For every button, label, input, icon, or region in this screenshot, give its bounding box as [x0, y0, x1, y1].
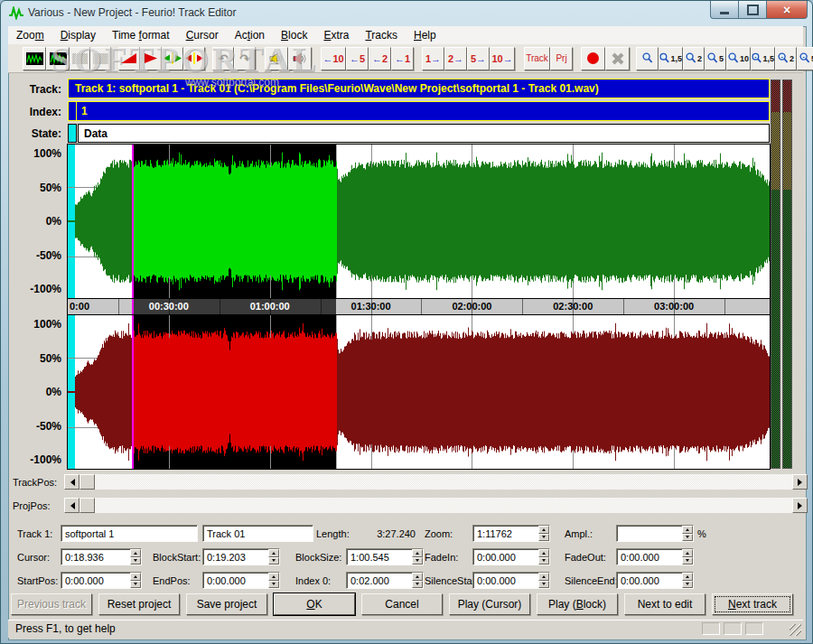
menu-cursor[interactable]: Cursor — [178, 27, 227, 43]
reset-project-button[interactable]: Reset project — [98, 593, 180, 615]
toolbar-stop-speaker-button[interactable] — [288, 47, 312, 70]
toolbar-zoom-in-1-5-button[interactable]: 1,5 — [659, 47, 683, 70]
trackpos-scroll-right-button[interactable] — [792, 474, 808, 490]
toolbar-step-left-5-button[interactable]: ←5 — [346, 47, 369, 70]
trackpos-scrollbar[interactable] — [64, 474, 808, 490]
resize-grip[interactable] — [790, 624, 801, 636]
save-project-button[interactable]: Save project — [186, 593, 267, 615]
track1-field[interactable]: softportal 1 — [61, 525, 198, 542]
blocksize-spin-down-button[interactable] — [412, 557, 423, 565]
ampl-field[interactable] — [616, 525, 694, 542]
play-cursor-button[interactable]: Play (Cursor) — [449, 593, 530, 615]
toolbar-goto-project-button[interactable]: Prj — [550, 47, 573, 70]
toolbar-play-speaker-button[interactable] — [265, 47, 288, 70]
trackpos-scroll-thumb[interactable] — [79, 474, 95, 490]
toolbar-step-left-1-button[interactable]: ←1 — [391, 47, 414, 70]
menu-zoom[interactable]: Zoom — [8, 27, 52, 43]
trackpos-scroll-left-button[interactable] — [64, 474, 79, 490]
play-block-button[interactable]: Play (Block) — [537, 593, 618, 615]
redo-icon: ↷ — [239, 52, 250, 65]
fadeout-spin-down-button[interactable] — [682, 557, 693, 565]
ok-button[interactable]: OK — [274, 593, 355, 615]
toolbar-zoom-out-1-5-button[interactable]: -1,5 — [751, 47, 775, 70]
toolbar-track-wave-view-button[interactable] — [23, 47, 46, 70]
index0-spin-up-button[interactable] — [412, 573, 423, 581]
menu-help[interactable]: Help — [406, 27, 444, 43]
toolbar-zoom-in-2-button[interactable]: 2 — [683, 47, 705, 70]
silencestart-field[interactable]: 0:00.000 — [472, 572, 550, 589]
endpos-spin-down-button[interactable] — [268, 581, 279, 589]
titlebar[interactable]: Various - New Project - Feurio! Track Ed… — [1, 1, 812, 26]
toolbar-goto-track-button[interactable]: Track — [524, 47, 550, 70]
menu-extra[interactable]: Extra — [315, 27, 357, 43]
startpos-field[interactable]: 0:00.000 — [61, 572, 142, 589]
cursor-field[interactable]: 0:18.936 — [61, 548, 142, 565]
fadeout-field[interactable]: 0:00.000 — [616, 548, 694, 565]
toolbar-step-right-2-button[interactable]: 2→ — [444, 47, 467, 70]
zoom-spin-up-button[interactable] — [538, 526, 549, 534]
menu-display[interactable]: Display — [52, 27, 104, 43]
blockstart-spin-up-button[interactable] — [268, 549, 279, 557]
projpos-scrollbar[interactable] — [64, 498, 808, 513]
projpos-scroll-right-button[interactable] — [792, 498, 808, 513]
menu-action[interactable]: Action — [227, 27, 273, 43]
tracktitle-field[interactable]: Track 01 — [202, 525, 313, 542]
close-button[interactable]: × — [767, 1, 808, 19]
silencestart-spin-down-button[interactable] — [538, 581, 549, 589]
minimize-button[interactable] — [710, 1, 739, 19]
zoom-spin-down-button[interactable] — [538, 534, 549, 542]
toolbar-step-right-10-button[interactable]: 10→ — [490, 47, 515, 70]
index0-spin-down-button[interactable] — [412, 581, 423, 589]
endpos-spinner — [268, 573, 279, 588]
toolbar-project-wave-view-button[interactable] — [46, 47, 70, 70]
toolbar-zoom-in-5-button[interactable]: 5 — [705, 47, 726, 70]
fadeout-spin-up-button[interactable] — [682, 549, 693, 557]
toolbar-record-button[interactable] — [581, 47, 605, 70]
startpos-spin-up-button[interactable] — [130, 573, 141, 581]
toolbar-expand-block-button[interactable] — [162, 47, 183, 70]
endpos-field[interactable]: 0:00.000 — [202, 572, 280, 589]
fadein-spin-down-button[interactable] — [538, 557, 549, 565]
toolbar-step-left-10-button[interactable]: ←10 — [321, 47, 346, 70]
waveform-right-channel[interactable] — [68, 315, 770, 469]
menu-tracks[interactable]: Tracks — [357, 27, 406, 43]
blocksize-field[interactable]: 1:00.545 — [346, 548, 424, 565]
waveform-left-channel[interactable] — [68, 145, 770, 298]
next-track-button[interactable]: Next track — [712, 593, 793, 615]
toolbar-zoom-out-2-button[interactable]: -2 — [775, 47, 797, 70]
toolbar-fade-out-button[interactable] — [140, 47, 162, 70]
fadein-field[interactable]: 0:00.000 — [472, 548, 550, 565]
projpos-scroll-thumb[interactable] — [79, 498, 95, 513]
silencestart-spin-up-button[interactable] — [538, 573, 549, 581]
toolbar-zoom-select-button[interactable] — [636, 47, 659, 70]
blockstart-spin-down-button[interactable] — [268, 557, 279, 565]
toolbar-step-left-2-button[interactable]: ←2 — [369, 47, 391, 70]
menu-time-format[interactable]: Time format — [104, 27, 178, 43]
index0-field[interactable]: 0:02.000 — [346, 572, 424, 589]
toolbar-shrink-block-button[interactable] — [183, 47, 205, 70]
silenceend-spin-down-button[interactable] — [682, 581, 693, 589]
cursor-spin-down-button[interactable] — [130, 557, 141, 565]
projpos-scroll-left-button[interactable] — [64, 498, 79, 513]
blockstart-field[interactable]: 0:19.203 — [202, 548, 280, 565]
toolbar-zoom-in-10-button[interactable]: 10 — [726, 47, 751, 70]
blocksize-spin-up-button[interactable] — [412, 549, 423, 557]
ampl-spin-up-button[interactable] — [682, 526, 693, 534]
toolbar-zoom-out-5-button[interactable]: -5 — [797, 47, 813, 70]
silenceend-field[interactable]: 0:00.000 — [616, 572, 694, 589]
cancel-button[interactable]: Cancel — [361, 593, 443, 615]
next-to-edit-button[interactable]: Next to edit — [624, 593, 706, 615]
time-ruler[interactable]: 0:0000:30:0001:00:0001:30:0002:00:0002:3… — [68, 298, 770, 315]
zoom-field[interactable]: 1:11762 — [472, 525, 550, 542]
cursor-spin-up-button[interactable] — [130, 549, 141, 557]
endpos-spin-up-button[interactable] — [268, 573, 279, 581]
ampl-spin-down-button[interactable] — [682, 534, 693, 542]
silenceend-spin-up-button[interactable] — [682, 573, 693, 581]
toolbar-step-right-1-button[interactable]: 1→ — [422, 47, 444, 70]
toolbar-fade-in-button[interactable] — [118, 47, 140, 70]
menu-block[interactable]: Block — [273, 27, 315, 43]
fadein-spin-up-button[interactable] — [538, 549, 549, 557]
startpos-spin-down-button[interactable] — [130, 581, 141, 589]
toolbar-step-right-5-button[interactable]: 5→ — [467, 47, 490, 70]
maximize-button[interactable] — [739, 1, 767, 19]
